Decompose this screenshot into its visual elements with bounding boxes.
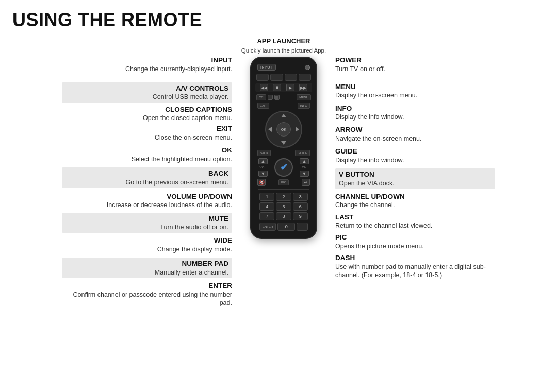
dpad-up-arrow[interactable] [281,114,286,117]
annotation-power: POWER Turn TV on or off. [335,56,495,73]
power-led [305,65,310,70]
num-1-button[interactable]: 1 [259,193,274,201]
last-button[interactable]: ↩ [302,179,310,186]
ch-col: ▲ CH ▼ [300,158,309,177]
remote-column: APP LAUNCHER Quickly launch the pictured… [237,36,330,239]
annotation-channel: CHANNEL UP/DOWN Change the channel. [335,192,495,210]
app-btn-3[interactable] [285,74,297,81]
app-btn-4[interactable] [299,74,311,81]
annotation-arrow: ARROW Navigate the on-screen menu. [335,125,495,143]
num-5-button[interactable]: 5 [276,202,291,211]
num-8-button[interactable]: 8 [276,212,291,220]
annotation-v-button: V BUTTON Open the VIA dock. [335,168,495,189]
annotation-back: BACK Go to the previous on-screen menu. [62,167,232,188]
ch-down-button[interactable]: ▼ [300,171,309,177]
menu-button[interactable]: MENU [297,94,311,100]
app-buttons-row [255,74,312,81]
remote-top-row: INPUT [255,63,312,72]
annotation-volume: VOLUME UP/DOWN Increase or decrease loud… [62,192,232,210]
annotation-wide: WIDE Change the display mode. [62,236,232,253]
dash-button[interactable]: — [297,223,308,231]
ch-up-button[interactable]: ▲ [300,158,309,164]
num-6-button[interactable]: 6 [293,202,308,211]
dpad-down-arrow[interactable] [281,141,286,145]
annotation-last: LAST Return to the channel last viewed. [335,213,495,230]
remote-divider [258,189,309,190]
annotation-pic: PIC Opens the picture mode menu. [335,233,495,250]
vol-ch-row: ▲ VOL ▼ ✔ ▲ CH ▼ [255,158,312,177]
annotation-menu: MENU Display the on-screen menu. [335,82,495,100]
vol-col: ▲ VOL ▼ [258,158,268,177]
app-btn-2[interactable] [270,74,283,81]
cc-group: CC [256,94,280,100]
mute-pic-last-row: 🔇 PIC ↩ [255,179,312,186]
enter-row: ENTER 0 — [255,223,312,231]
rewind-button[interactable]: ◀◀ [260,84,268,91]
annotation-closed-captions: CLOSED CAPTIONS Open the closed caption … [62,105,232,123]
dpad: OK [265,111,302,148]
annotation-enter: ENTER Confirm channel or passcode entere… [62,281,232,307]
num-7-button[interactable]: 7 [259,212,274,220]
cc-row: CC MENU [255,94,312,100]
annotation-input: INPUT Change the currently-displayed inp… [62,56,232,73]
enter-button[interactable]: ENTER [259,223,276,231]
v-button[interactable]: ✔ [274,158,293,177]
vol-up-button[interactable]: ▲ [258,158,268,164]
num-9-button[interactable]: 9 [293,212,308,220]
dpad-left-arrow[interactable] [268,127,272,132]
app-launcher-label: APP LAUNCHER Quickly launch the pictured… [241,36,326,55]
annotation-exit: EXIT Close the on-screen menu. [62,124,232,142]
num-3-button[interactable]: 3 [293,193,308,201]
num-0-button[interactable]: 0 [277,223,295,231]
input-button[interactable]: INPUT [257,64,276,71]
left-annotations: INPUT Change the currently-displayed inp… [62,36,237,310]
num-4-button[interactable]: 4 [259,202,274,211]
back-button[interactable]: BACK [257,150,271,156]
play-button[interactable]: ▶ [286,84,294,91]
annotation-info: INFO Display the info window. [335,104,495,122]
page-title: USING THE REMOTE [0,0,557,36]
annotation-mute: MUTE Turn the audio off or on. [62,213,232,233]
transport-row: ◀◀ ⏸ ▶ ▶▶ [255,83,312,92]
pic-button[interactable]: PIC [278,179,289,185]
app-btn-1[interactable] [256,74,269,81]
numpad-row-1: 1 2 3 [259,193,308,201]
annotation-number-pad: NUMBER PAD Manually enter a channel. [62,258,232,278]
back-guide-row: BACK GUIDE [255,150,312,156]
ok-button[interactable]: OK [276,122,291,137]
annotation-dash: DASH Use with number pad to manually ent… [335,253,495,279]
num-2-button[interactable]: 2 [276,193,291,201]
numpad-row-2: 4 5 6 [259,202,308,211]
vol-down-button[interactable]: ▼ [258,171,268,177]
exit-button[interactable]: EXIT [257,103,269,109]
fast-forward-button[interactable]: ▶▶ [299,84,307,91]
cc-button[interactable]: CC [256,94,266,100]
numpad: 1 2 3 4 5 6 7 8 9 [255,193,312,220]
remote-body: INPUT ◀◀ ⏸ ▶ ▶▶ CC [250,57,317,239]
numpad-row-3: 7 8 9 [259,212,308,220]
pause-button[interactable]: ⏸ [273,84,281,91]
annotation-av-controls: A/V CONTROLS Control USB media player. [62,82,232,103]
dpad-right-arrow[interactable] [296,127,299,132]
stop-button[interactable] [274,95,280,100]
info-button[interactable]: INFO [298,103,310,109]
guide-button[interactable]: GUIDE [295,150,310,156]
annotation-ok: OK Select the highlighted menu option. [62,146,232,163]
mute-button[interactable]: 🔇 [257,179,266,186]
dot-button[interactable] [268,95,273,100]
annotation-guide: GUIDE Display the info window. [335,147,495,164]
exit-info-row: EXIT INFO [255,103,312,109]
right-annotations: POWER Turn TV on or off. MENU Display th… [330,36,495,282]
